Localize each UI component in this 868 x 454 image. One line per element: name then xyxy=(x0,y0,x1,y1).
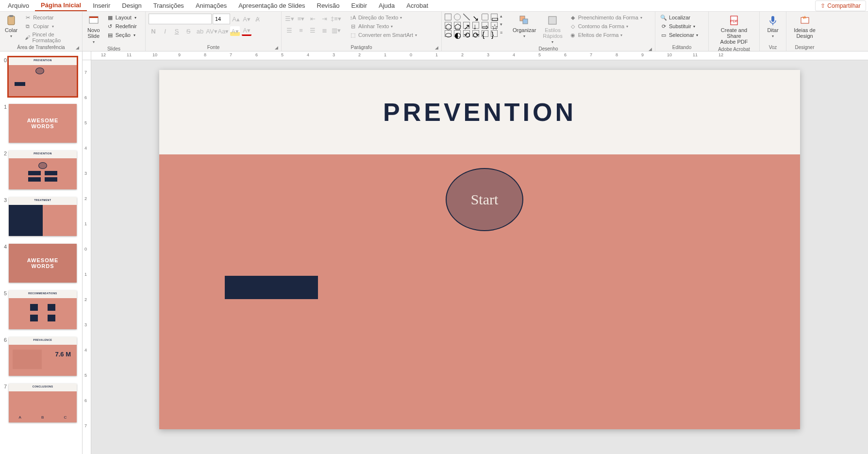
slide-canvas[interactable]: PREVENTION Start xyxy=(159,70,800,429)
group-editing: 🔍Localizar ⟳Substituir▾ ▭Selecionar▾ Edi… xyxy=(655,12,709,51)
numbering-button[interactable]: ≡▾ xyxy=(296,14,306,23)
thumb-number: 4 xyxy=(2,244,7,283)
section-button[interactable]: ▤Seção▾ xyxy=(105,31,139,39)
thumb-wrap-7[interactable]: 7 CONCLUSIONS ABC xyxy=(0,382,82,428)
align-left-button[interactable]: ☰ xyxy=(284,25,294,35)
underline-button[interactable]: S xyxy=(172,26,182,36)
font-name-input[interactable] xyxy=(149,14,212,24)
group-label-font: Fonte◢ xyxy=(149,44,278,50)
italic-button[interactable]: I xyxy=(160,26,170,36)
bullets-button[interactable]: ☰▾ xyxy=(284,14,294,23)
dialog-launcher-icon[interactable]: ◢ xyxy=(435,45,438,50)
outdent-button[interactable]: ⇤ xyxy=(308,14,317,23)
align-right-button[interactable]: ☰ xyxy=(308,25,317,35)
shadow-button[interactable]: ab xyxy=(195,26,205,36)
smartart-button[interactable]: ⬚Converter em SmartArt▾ xyxy=(348,31,419,39)
dialog-launcher-icon[interactable]: ◢ xyxy=(275,45,278,50)
find-button[interactable]: 🔍Localizar xyxy=(658,14,700,21)
slide-thumb-7[interactable]: CONCLUSIONS ABC xyxy=(9,384,77,422)
dark-rectangle-shape[interactable] xyxy=(225,276,318,299)
thumb-wrap-0[interactable]: 0 PREVENTION xyxy=(0,55,82,102)
start-label: Start xyxy=(471,191,499,208)
slide-thumb-0[interactable]: PREVENTION xyxy=(9,57,77,96)
menu-animations[interactable]: Animações xyxy=(190,0,233,11)
slide-thumb-5[interactable]: RECOMMENDATIONS xyxy=(9,290,77,329)
cut-button[interactable]: ✂Recortar xyxy=(22,14,79,21)
menu-view[interactable]: Exibir xyxy=(345,0,373,11)
mic-icon xyxy=(767,15,779,26)
arrange-button[interactable]: Organizar ▾ xyxy=(511,14,538,39)
highlight-button[interactable]: A▾ xyxy=(230,26,240,36)
menu-file[interactable]: Arquivo xyxy=(2,0,35,11)
thumb-wrap-3[interactable]: 3 TREATMENT xyxy=(0,195,82,242)
clear-format-icon[interactable]: A̷ xyxy=(252,14,262,24)
menu-design[interactable]: Design xyxy=(116,0,147,11)
justify-button[interactable]: ≣ xyxy=(319,25,329,35)
text-direction-button[interactable]: ↕ADireção do Texto▾ xyxy=(348,14,419,21)
case-button[interactable]: Aa▾ xyxy=(218,26,228,36)
font-color-button[interactable]: A▾ xyxy=(242,26,251,36)
slide-thumb-3[interactable]: TREATMENT xyxy=(9,197,77,236)
dictate-button[interactable]: Ditar ▾ xyxy=(765,14,781,39)
svg-rect-9 xyxy=(771,16,774,22)
paste-button[interactable]: Colar ▾ xyxy=(3,14,19,39)
share-button[interactable]: ⇧ Compartilhar xyxy=(815,0,866,11)
increase-font-icon[interactable]: A▴ xyxy=(231,14,241,24)
format-painter-button[interactable]: 🖌Pincel de Formatação xyxy=(22,31,79,44)
slide-title[interactable]: PREVENTION xyxy=(383,98,576,127)
thumb-title: TREATMENT xyxy=(9,197,77,205)
new-slide-button[interactable]: Novo Slide ▾ xyxy=(85,14,102,45)
group-label-paragraph: Parágrafo◢ xyxy=(284,44,438,50)
slide-thumb-6[interactable]: PREVALENCE 7.6 M xyxy=(9,337,77,376)
menu-help[interactable]: Ajuda xyxy=(373,0,401,11)
create-pdf-button[interactable]: PDF Create and Share Adobe PDF xyxy=(712,14,756,46)
start-oval-shape[interactable]: Start xyxy=(446,168,523,231)
thumb-wrap-1[interactable]: 1 AWESOMEWORDS xyxy=(0,102,82,149)
dialog-launcher-icon[interactable]: ◢ xyxy=(76,45,79,50)
design-ideas-label: Ideias de Design xyxy=(794,27,816,39)
menu-transitions[interactable]: Transições xyxy=(148,0,190,11)
thumb-wrap-6[interactable]: 6 PREVALENCE 7.6 M xyxy=(0,335,82,382)
thumb-wrap-5[interactable]: 5 RECOMMENDATIONS xyxy=(0,288,82,335)
align-center-button[interactable]: ≡ xyxy=(296,25,306,35)
group-slides: Novo Slide ▾ ▦Layout▾ ↺Redefinir ▤Seção▾… xyxy=(83,12,146,51)
slide-panel[interactable]: 0 PREVENTION 1 AWESOMEWORDS 2 PREVENTION… xyxy=(0,51,83,454)
slide-thumb-2[interactable]: PREVENTION xyxy=(9,151,77,189)
group-acrobat: PDF Create and Share Adobe PDF Adobe Acr… xyxy=(709,12,760,51)
bold-button[interactable]: N xyxy=(149,26,158,36)
group-label-voice: Voz xyxy=(763,44,783,50)
menu-review[interactable]: Revisão xyxy=(311,0,346,11)
shapes-gallery[interactable]: ↘▭▴ ⬡⬠↗↓⇨☆▾ ⬭◐⟲⟳{}≡ xyxy=(445,14,508,37)
design-ideas-button[interactable]: Ideias de Design xyxy=(792,14,818,40)
copy-button[interactable]: ⧉Copiar▾ xyxy=(22,22,79,30)
replace-button[interactable]: ⟳Substituir▾ xyxy=(658,22,700,30)
thumb-number: 0 xyxy=(2,57,7,96)
canvas-viewport[interactable]: PREVENTION Start xyxy=(91,60,868,454)
shape-outline-button[interactable]: ◇Contorno da Forma▾ xyxy=(568,22,644,30)
replace-label: Substituir xyxy=(669,23,691,29)
indent-button[interactable]: ⇥ xyxy=(319,14,329,23)
layout-button[interactable]: ▦Layout▾ xyxy=(105,14,139,21)
section-icon: ▤ xyxy=(107,32,114,38)
columns-button[interactable]: ▥▾ xyxy=(331,25,341,35)
decrease-font-icon[interactable]: A▾ xyxy=(242,14,251,24)
dialog-launcher-icon[interactable]: ◢ xyxy=(649,47,652,51)
strikethrough-button[interactable]: S xyxy=(184,26,193,36)
font-size-input[interactable] xyxy=(213,14,230,24)
menu-slideshow[interactable]: Apresentação de Slides xyxy=(233,0,311,11)
shape-fill-button[interactable]: ◆Preenchimento da Forma▾ xyxy=(568,14,644,21)
align-text-button[interactable]: ⊟Alinhar Texto▾ xyxy=(348,22,419,30)
menu-insert[interactable]: Inserir xyxy=(87,0,116,11)
reset-button[interactable]: ↺Redefinir xyxy=(105,22,139,30)
menu-home[interactable]: Página Inicial xyxy=(35,0,87,11)
thumb-wrap-2[interactable]: 2 PREVENTION xyxy=(0,149,82,195)
quick-styles-button[interactable]: Estilos Rápidos ▾ xyxy=(541,14,564,45)
slide-thumb-4[interactable]: AWESOMEWORDS xyxy=(9,244,77,283)
line-spacing-button[interactable]: ‡≡▾ xyxy=(331,14,341,23)
menu-acrobat[interactable]: Acrobat xyxy=(401,0,434,11)
spacing-button[interactable]: AV▾ xyxy=(207,26,217,36)
select-button[interactable]: ▭Selecionar▾ xyxy=(658,31,700,39)
slide-thumb-1[interactable]: AWESOMEWORDS xyxy=(9,104,77,143)
shape-effects-button[interactable]: ◉Efeitos de Forma▾ xyxy=(568,31,644,39)
thumb-wrap-4[interactable]: 4 AWESOMEWORDS xyxy=(0,242,82,288)
